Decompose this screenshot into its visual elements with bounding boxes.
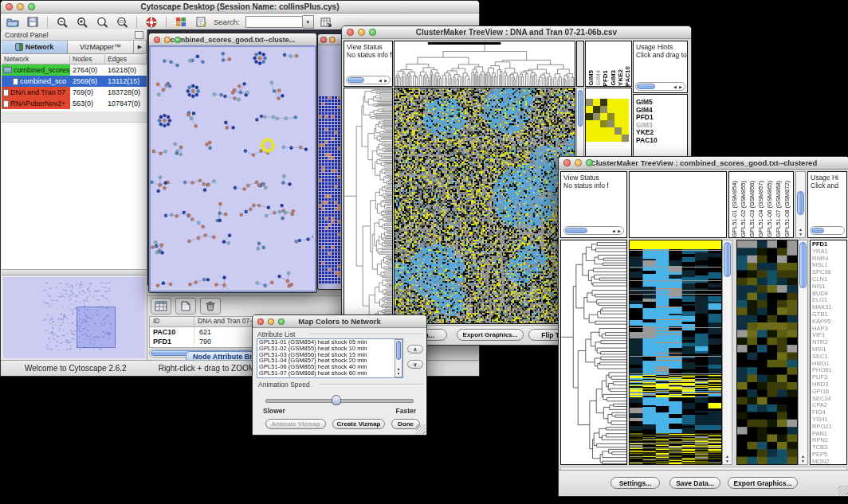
global-heatmap[interactable] — [395, 88, 575, 323]
import-table-button[interactable] — [320, 15, 334, 29]
gene-column-label[interactable]: YKE2 — [617, 69, 624, 86]
zoom-vscrollbar[interactable] — [798, 240, 808, 465]
labels-vscrollbar[interactable] — [795, 171, 806, 238]
move-up-button[interactable]: ∧ — [407, 345, 423, 354]
close-button[interactable] — [6, 3, 13, 10]
scroll-arrows-icon[interactable] — [673, 83, 683, 90]
search-dropdown-button[interactable] — [303, 15, 314, 29]
array-column-label[interactable]: GPL51-01 (GSM854) — [731, 181, 740, 237]
usage-hscrollbar[interactable] — [810, 226, 845, 235]
export-graphics-button[interactable]: Export Graphics... — [728, 477, 798, 489]
scroll-arrows-icon[interactable] — [799, 454, 807, 463]
delete-attribute-button[interactable] — [200, 298, 221, 315]
array-column-label[interactable]: GPL51-03 (GSM856) — [748, 181, 757, 237]
network-window-title-bar[interactable]: combined_scores_good.txt--cluste... — [149, 33, 316, 46]
scroll-arrows-icon[interactable] — [395, 366, 402, 376]
treeview1-title-bar[interactable]: ClusterMaker TreeView : DNA and Tran 07-… — [342, 26, 691, 39]
save-session-button[interactable] — [26, 15, 40, 29]
network-list-row[interactable]: combined_sco 2569(6) 13112(15) — [2, 76, 147, 87]
close-button[interactable] — [347, 29, 354, 36]
scroll-arrows-icon[interactable] — [379, 76, 388, 84]
zoom-out-button[interactable] — [55, 15, 69, 29]
select-attributes-button[interactable] — [151, 298, 171, 315]
scroll-arrows-icon[interactable] — [723, 454, 732, 463]
network-list-row[interactable]: combined_scores 2764(0) 16218(0) — [2, 64, 147, 76]
panel-splitter[interactable] — [2, 269, 147, 275]
similarity-submatrix[interactable] — [586, 99, 629, 142]
gene-column-label[interactable]: PAC10 — [624, 66, 631, 86]
settings-button[interactable]: Settings... — [610, 477, 660, 489]
gene-column-label[interactable]: GIM4 — [595, 70, 602, 86]
zoom-fit-button[interactable] — [115, 15, 129, 29]
array-column-label[interactable]: GPL51-06 (GSM865) — [766, 181, 775, 237]
close-button[interactable] — [563, 159, 571, 166]
minimize-button[interactable] — [358, 29, 365, 36]
gene-label[interactable]: MON2 — [812, 459, 846, 465]
create-vizmap-button[interactable]: Create Vizmap — [332, 419, 385, 429]
zoom-in-button[interactable] — [75, 15, 89, 29]
gene-column-label[interactable]: PFD1 — [602, 70, 609, 86]
gene-column-label[interactable]: GIM5 — [587, 70, 595, 86]
array-column-label[interactable]: GPL51-02 (GSM855) — [740, 181, 748, 237]
new-attribute-button[interactable] — [175, 298, 196, 315]
background-network-window[interactable] — [317, 33, 344, 290]
gene-row-label[interactable]: PAC10 — [636, 137, 687, 145]
zoom-heatmap[interactable] — [737, 240, 797, 464]
column-header-edges[interactable]: Edges — [105, 55, 147, 63]
zoom-selected-button[interactable] — [95, 15, 109, 29]
search-input[interactable] — [245, 16, 303, 28]
global-heatmap[interactable] — [630, 240, 721, 464]
close-button[interactable] — [320, 37, 327, 43]
save-data-button[interactable]: Save Data... — [669, 477, 720, 489]
scroll-arrows-icon[interactable] — [612, 227, 622, 234]
close-button[interactable] — [154, 37, 160, 43]
annotation-button[interactable] — [194, 15, 208, 29]
resize-grip[interactable] — [416, 424, 426, 434]
minimize-button[interactable] — [268, 318, 274, 325]
tab-network[interactable]: Network — [2, 41, 68, 53]
minimize-button[interactable] — [164, 37, 171, 43]
column-header-network[interactable]: Network — [2, 55, 70, 63]
dialog-title-bar[interactable]: Map Colors to Network — [253, 315, 426, 328]
view-status-hscrollbar[interactable] — [563, 226, 624, 235]
tab-overflow-arrow[interactable] — [134, 41, 147, 53]
array-column-label[interactable]: GPL51-08 (GSM872) — [783, 181, 792, 237]
listbox-vscrollbar[interactable] — [395, 339, 402, 377]
column-dendrogram[interactable] — [395, 41, 575, 86]
minimize-button[interactable] — [575, 159, 582, 166]
scroll-arrows-icon[interactable] — [796, 227, 805, 236]
gene-column-label[interactable]: GIM3 — [610, 70, 617, 86]
row-dendrogram[interactable] — [344, 88, 392, 323]
zoom-button[interactable] — [28, 3, 35, 10]
slider-thumb[interactable] — [332, 395, 341, 405]
minimize-button[interactable] — [329, 37, 336, 43]
animate-vizmap-button[interactable]: Animate Vizmap — [265, 419, 326, 429]
close-button[interactable] — [257, 318, 264, 325]
resize-grip[interactable] — [838, 486, 848, 495]
row-dendrogram[interactable] — [561, 240, 626, 464]
vizmap-button[interactable] — [174, 15, 188, 29]
main-title-bar[interactable]: Cytoscape Desktop (Session Name: collins… — [1, 1, 479, 14]
network-graph-view[interactable] — [151, 47, 313, 290]
array-column-label[interactable]: GPL51-04 (GSM857) — [757, 181, 766, 237]
dendro-scroll-strip[interactable] — [576, 41, 584, 87]
background-window-title-bar[interactable] — [318, 34, 344, 45]
view-status-hscrollbar[interactable] — [346, 76, 391, 84]
move-down-button[interactable]: ∨ — [407, 360, 423, 369]
open-session-button[interactable] — [6, 15, 20, 29]
zoom-button[interactable] — [175, 37, 181, 43]
export-graphics-button[interactable]: Export Graphics... — [457, 329, 524, 341]
zoom-button[interactable] — [278, 318, 285, 325]
global-vscrollbar[interactable] — [722, 240, 732, 465]
float-panel-icon[interactable] — [135, 31, 143, 39]
column-header-nodes[interactable]: Nodes — [70, 55, 105, 63]
network-list-row[interactable]: DNA and Tran 07 769(0) 183728(0) — [2, 87, 147, 98]
zoom-button[interactable] — [586, 159, 593, 166]
tab-vizmapper[interactable]: VizMapper™ — [68, 41, 134, 53]
zoom-button[interactable] — [369, 29, 376, 36]
usage-hscrollbar[interactable] — [635, 82, 685, 91]
network-list-row[interactable]: RNAPuberNov2+ 563(0) 107847(0) — [2, 98, 147, 109]
attribute-list-item[interactable]: GPL51-07 (GSM868) heat shock 60 min — [257, 370, 394, 377]
network-overview-thumbnail[interactable] — [3, 277, 145, 358]
column-header-id[interactable]: ID — [150, 317, 194, 326]
